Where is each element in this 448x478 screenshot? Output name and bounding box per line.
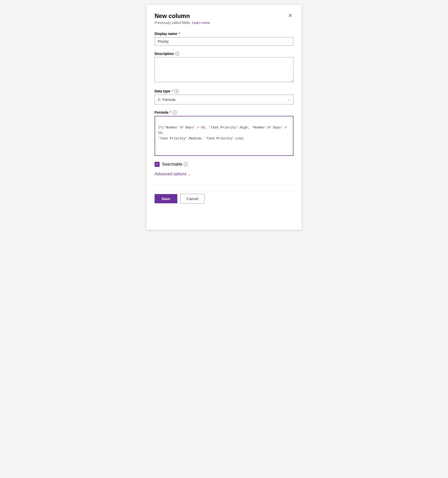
searchable-row: ✓ Searchable i [155, 162, 293, 167]
data-type-required-star: * [172, 89, 173, 93]
data-type-select-wrapper: fx Formula ⌄ [155, 95, 293, 104]
checkmark-icon: ✓ [156, 163, 158, 166]
footer-divider [155, 185, 293, 186]
display-name-group: Display name * [155, 32, 293, 46]
formula-label: Formula * i [155, 110, 293, 114]
searchable-checkbox[interactable]: ✓ [155, 162, 160, 167]
advanced-options-label: Advanced options [155, 172, 186, 176]
description-info-icon[interactable]: i [175, 52, 179, 56]
formula-editor[interactable]: If('Number of Days' > 90, 'Task Priority… [155, 116, 293, 156]
close-icon: ✕ [288, 13, 292, 18]
formula-required-star: * [170, 110, 171, 114]
formula-group: Formula * i If('Number of Days' > 90, 'T… [155, 110, 293, 156]
advanced-options-chevron-icon: ⌄ [188, 172, 191, 176]
data-type-select[interactable]: fx Formula ⌄ [155, 95, 293, 104]
description-label: Description i [155, 52, 293, 56]
description-group: Description i [155, 52, 293, 83]
required-star: * [179, 32, 180, 36]
subtitle: Previously called fields. Learn more [155, 21, 293, 25]
data-type-label: Data type * i [155, 89, 293, 93]
save-button[interactable]: Save [155, 194, 177, 203]
searchable-info-icon[interactable]: i [184, 162, 188, 166]
panel-header: New column ✕ [155, 12, 293, 20]
footer-buttons: Save Cancel [155, 192, 293, 204]
cancel-button[interactable]: Cancel [180, 194, 205, 204]
panel-title: New column [155, 12, 190, 20]
data-type-info-icon[interactable]: i [175, 89, 179, 93]
data-type-value: Formula [163, 98, 175, 102]
close-button[interactable]: ✕ [287, 12, 293, 19]
advanced-options-row[interactable]: Advanced options ⌄ [155, 172, 293, 176]
display-name-label: Display name * [155, 32, 293, 36]
fx-icon: fx [158, 97, 161, 102]
formula-info-icon[interactable]: i [173, 110, 177, 114]
searchable-label: Searchable i [162, 162, 188, 167]
learn-more-link[interactable]: Learn more [192, 21, 210, 25]
description-textarea[interactable] [155, 57, 293, 82]
data-type-group: Data type * i fx Formula ⌄ [155, 89, 293, 104]
data-type-chevron-icon: ⌄ [288, 98, 290, 101]
new-column-panel: New column ✕ Previously called fields. L… [147, 5, 301, 230]
display-name-input[interactable] [155, 37, 293, 46]
